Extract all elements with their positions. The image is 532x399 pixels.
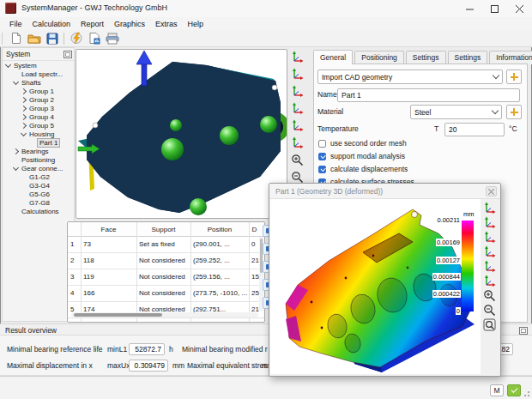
- sidebar-item-system[interactable]: System: [3, 61, 74, 70]
- column-header-face[interactable]: Face: [81, 222, 136, 236]
- axis-view-zy-button[interactable]: [481, 215, 497, 229]
- axis-view-yx-button[interactable]: [288, 118, 305, 134]
- menu-graphics[interactable]: Graphics: [109, 19, 150, 29]
- cell-position: (290.001, ...: [190, 236, 249, 252]
- calculate-button[interactable]: [67, 31, 85, 45]
- column-header-support[interactable]: Support: [136, 222, 190, 236]
- system-tree: SystemLoad spectr...ShaftsGroup 1Group 2…: [3, 61, 74, 215]
- axis-view-zx-button[interactable]: [481, 230, 497, 244]
- axis-view-xz-button[interactable]: [288, 100, 305, 117]
- chevron-down-icon[interactable]: [21, 130, 27, 136]
- axis-view-xz-button[interactable]: [481, 245, 497, 258]
- tab-general[interactable]: General: [313, 50, 353, 64]
- axis-view-yx-button[interactable]: [481, 259, 497, 273]
- menu-report[interactable]: Report: [76, 19, 109, 29]
- deformed-3d-canvas[interactable]: mm 0.002110.001690.001270.0008440.000422…: [270, 199, 481, 374]
- axis-view-zy-button[interactable]: [288, 66, 305, 82]
- menu-help[interactable]: Help: [183, 19, 209, 29]
- sidebar-item-gear-conne[interactable]: Gear conne...: [3, 164, 74, 172]
- mode-button[interactable]: M: [490, 384, 504, 396]
- minimize-button[interactable]: [457, 0, 482, 17]
- sidebar-item-group-1[interactable]: Group 1: [3, 87, 74, 95]
- axis-view-yz-button[interactable]: [288, 49, 305, 65]
- dock-panel-icon[interactable]: [63, 51, 72, 58]
- chevron-right-icon[interactable]: [21, 122, 27, 128]
- sidebar-item-group-3[interactable]: Group 3: [3, 104, 74, 112]
- material-select[interactable]: Steel: [410, 105, 502, 119]
- sidebar-item-g5-g6[interactable]: G5-G6: [3, 190, 74, 198]
- tab-settings-3[interactable]: Settings: [448, 51, 488, 64]
- report-button[interactable]: [85, 31, 103, 45]
- zoom-fit-button[interactable]: [481, 317, 497, 331]
- sidebar-item-load-spectr[interactable]: Load spectr...: [3, 70, 74, 78]
- open-folder-button[interactable]: [25, 31, 43, 45]
- save-button[interactable]: [43, 31, 61, 45]
- geometry-type-select[interactable]: Import CAD geometry: [317, 70, 503, 84]
- dock-panel-icon[interactable]: [519, 327, 528, 335]
- add-geometry-button[interactable]: [506, 70, 522, 84]
- axis-view-xy-button[interactable]: [481, 274, 497, 287]
- checkbox-use-second-order-mesh[interactable]: use second order mesh: [318, 139, 407, 148]
- sidebar-item-calculations[interactable]: Calculations: [3, 207, 74, 215]
- chevron-right-icon[interactable]: [21, 96, 27, 102]
- geometry-type-value: Import CAD geometry: [322, 73, 493, 82]
- table-row[interactable]: 4166Not considered(273.75, -1010, ...25: [68, 285, 264, 302]
- close-button[interactable]: [507, 0, 532, 17]
- temperature-value: 20: [449, 125, 456, 134]
- menu-file[interactable]: File: [4, 19, 27, 29]
- resize-grip[interactable]: [523, 390, 529, 396]
- zoom-in-button[interactable]: [288, 152, 305, 168]
- sidebar-item-group-4[interactable]: Group 4: [3, 112, 74, 121]
- zoom-out-button[interactable]: [481, 303, 497, 317]
- sidebar-item-group-5[interactable]: Group 5: [3, 121, 74, 130]
- float-window-titlebar[interactable]: Part 1 (Geometry 3D (deformed)): [269, 184, 500, 199]
- chevron-down-icon[interactable]: [13, 78, 19, 84]
- axis-view-xy-button[interactable]: [288, 135, 305, 151]
- name-input[interactable]: Part 1: [337, 88, 520, 102]
- sidebar-item-group-2[interactable]: Group 2: [3, 95, 74, 104]
- table-horizontal-scrollbar[interactable]: [71, 312, 258, 317]
- checkbox-unchecked-icon[interactable]: [318, 140, 326, 148]
- checkbox-support-modal-analysis[interactable]: support modal analysis: [318, 152, 405, 160]
- float-close-button[interactable]: [486, 186, 497, 196]
- chevron-right-icon[interactable]: [21, 105, 27, 111]
- column-header-position[interactable]: Position: [190, 222, 249, 236]
- checkbox-calculate-displacements[interactable]: calculate displacements: [318, 165, 408, 173]
- zoom-in-button[interactable]: [481, 288, 497, 302]
- deformed-geometry-window[interactable]: Part 1 (Geometry 3D (deformed)): [269, 183, 501, 377]
- maximize-button[interactable]: [482, 0, 507, 17]
- menu-calculation[interactable]: Calculation: [27, 19, 76, 29]
- sidebar-item-bearings[interactable]: Bearings: [3, 147, 74, 155]
- sidebar-item-g3-g4[interactable]: G3-G4: [3, 181, 74, 190]
- sidebar-item-positioning[interactable]: Positioning: [3, 155, 74, 164]
- chevron-down-icon[interactable]: [5, 61, 11, 67]
- chevron-right-icon[interactable]: [21, 88, 27, 94]
- sidebar-item-part-1[interactable]: Part 1: [3, 138, 74, 147]
- chevron-right-icon[interactable]: [13, 148, 19, 154]
- column-header-d[interactable]: D: [249, 222, 260, 236]
- chevron-down-icon[interactable]: [13, 164, 19, 170]
- table-row[interactable]: 173Set as fixed(290.001, ...0: [68, 236, 264, 253]
- mesh-3d-viewport[interactable]: [76, 49, 287, 219]
- status-ok-icon[interactable]: [507, 384, 521, 396]
- print-button[interactable]: [103, 31, 121, 45]
- sidebar-item-g1-g2[interactable]: G1-G2: [3, 172, 74, 181]
- temperature-input[interactable]: 20: [444, 123, 505, 136]
- tab-settings-2[interactable]: Settings: [406, 51, 446, 64]
- sidebar-item-g7-g8[interactable]: G7-G8: [3, 198, 74, 207]
- add-material-button[interactable]: [506, 105, 522, 119]
- tab-information-4[interactable]: Information: [489, 51, 532, 64]
- menu-extras[interactable]: Extras: [150, 19, 183, 29]
- checkbox-checked-icon[interactable]: [318, 166, 326, 173]
- tab-positioning-1[interactable]: Positioning: [354, 51, 404, 64]
- checkbox-checked-icon[interactable]: [318, 153, 326, 160]
- sidebar-item-shafts[interactable]: Shafts: [3, 78, 74, 87]
- table-row[interactable]: 3119Not considered(259.156, ...15: [68, 269, 264, 286]
- result2b-label: Maximal equivalent stress: [187, 361, 271, 370]
- sidebar-item-housing[interactable]: Housing: [3, 130, 74, 138]
- new-document-button[interactable]: [7, 31, 25, 45]
- axis-view-zx-button[interactable]: [288, 83, 305, 100]
- axis-view-yz-button[interactable]: [481, 201, 497, 215]
- chevron-right-icon[interactable]: [21, 113, 27, 119]
- table-row[interactable]: 2118Not considered(259.252, ...21: [68, 252, 264, 269]
